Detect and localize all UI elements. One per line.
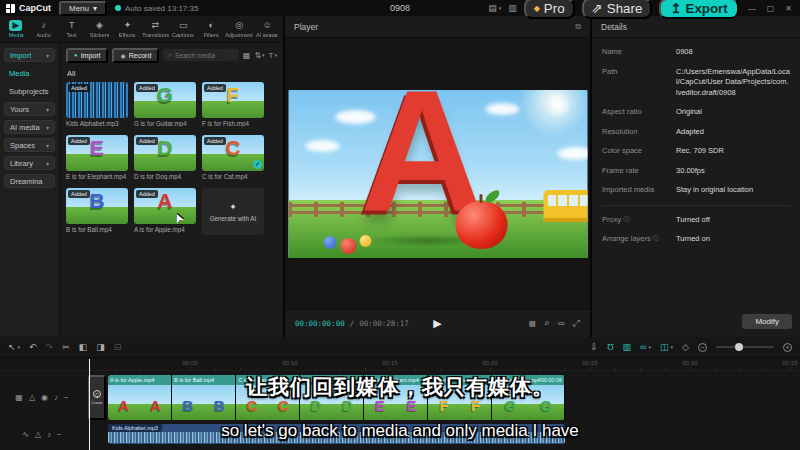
minimize-button[interactable]: — [746,4,758,13]
import-button[interactable]: ● Import [66,48,108,63]
tab-label: Captions [172,32,194,38]
clip-name: E is for Elephant.mp4 [366,375,419,385]
aspect-ratio-icon[interactable]: ▭ [558,318,563,329]
snap-icon[interactable]: ▥ [623,342,632,352]
media-thumbnail: Added [66,82,128,118]
tab-filters[interactable]: ◐Filters [197,20,225,38]
mute-track-icon[interactable]: ♪ [47,430,51,439]
sort-icon[interactable]: ⇅▾ [254,51,264,60]
audio-clip[interactable]: Kids Alphabet.mp3 [108,424,565,444]
trim-left-button[interactable]: ◧ [79,342,88,352]
sidebar-item-library[interactable]: Library▾ [4,156,55,170]
sidebar-item-ai-media[interactable]: AI media▾ [4,120,55,134]
tab-captions[interactable]: ▭Captions [169,20,197,38]
media-item-c-is-for-cat-mp4[interactable]: CAdded✓C is for Cat.mp4 [202,135,264,180]
split-button[interactable]: ✂ [62,342,70,352]
select-tool[interactable]: ↖▾ [8,342,20,352]
timeline-clip-a-is-for-apple-mp4[interactable]: A is for Apple.mp4AA [108,375,172,420]
link-icon[interactable]: ∞▾ [640,342,651,352]
menu-button[interactable]: Menu ▾ [59,1,107,16]
keyframe-icon[interactable]: ◇ [682,342,689,352]
video-preview[interactable]: A [288,90,587,258]
media-item-f-is-for-fish-mp4[interactable]: FAddedF is for Fish.mp4 [202,82,264,127]
zoom-in-button[interactable]: + [783,343,792,352]
media-item-b-is-for-ball-mp4[interactable]: BAddedB is for Ball.mp4 [66,188,128,235]
media-item-kids-alphabet-mp3[interactable]: AddedKids Alphabet.mp3 [66,82,128,127]
play-button[interactable]: ▶ [427,316,447,331]
slider-handle[interactable] [735,343,743,351]
timeline-clip-g-is-for-guitar-mp4[interactable]: G is for Guitar.mp400:00:06GG [492,375,565,420]
mute-track-icon[interactable]: ♪ [54,393,58,402]
redo-button[interactable]: ↷ [46,342,54,352]
player-panel: Player ⧉ A [285,16,590,337]
waveform-icon[interactable]: ∿ [22,430,29,439]
tab-text[interactable]: TText [58,20,86,38]
layout-toggle-icon[interactable]: ▤▾ [488,3,501,13]
hide-track-icon[interactable]: ◉ [41,393,48,402]
maximize-button[interactable]: ▢ [765,4,777,13]
preview-quality-icon[interactable]: ▤ [530,318,535,329]
generate-with-ai-tile[interactable]: ✦Generate with AI [202,188,264,235]
menu-label: Menu [69,4,89,13]
expand-panel-icon[interactable]: ⧉ [575,22,581,32]
tab-adjustment[interactable]: ◎Adjustment [225,20,253,38]
timeline-zoom-slider[interactable] [716,346,774,348]
cover-button[interactable]: C Cover [88,375,106,420]
tab-label: Text [67,32,77,38]
timeline-clip-b-is-for-ball-mp4[interactable]: B is for Ball.mp4BB [172,375,236,420]
search-input[interactable]: ⌕ Search media ◌ [163,49,239,61]
fullscreen-icon[interactable]: ⤢ [573,318,580,329]
timeline-clip-c-is-for-cat-mp4[interactable]: C is for Cat.mp4CC [236,375,300,420]
clip-name: F is for Fish.mp4 [430,375,471,385]
timeline-ruler[interactable]: 00:0500:1000:1500:2000:2500:3000:35 [0,358,800,371]
close-button[interactable]: ✕ [783,4,794,13]
modify-button[interactable]: Modify [742,314,792,329]
lock-track-icon[interactable]: △ [29,393,35,402]
record-button[interactable]: ◉ Record [112,48,159,63]
sidebar-item-dreamina[interactable]: Dreamina [4,174,55,188]
tab-effects[interactable]: ✦Effects [114,20,142,38]
pro-button[interactable]: ◆ Pro [524,0,575,19]
export-button[interactable]: ↥ Export [659,0,738,19]
view-toggle-icon[interactable]: ▦ [243,51,251,60]
chevron-down-icon: ▾ [262,52,265,58]
timeline-clip-f-is-for-fish-mp4[interactable]: F is for Fish.mp4FF [428,375,492,420]
tab-media[interactable]: ▶Media [2,20,30,38]
filter-type-icon[interactable]: T▾ [269,51,277,60]
detail-row-imported-media: Imported mediaStay in original location [602,185,790,196]
share-button[interactable]: ⇗ Share [582,0,653,19]
timeline-clip-d-is-for-dog-mp4[interactable]: D is for Dog.mp4DD [300,375,364,420]
undo-button[interactable]: ↶ [29,342,37,352]
sidebar-item-subprojects[interactable]: Subprojects [4,84,55,98]
preview-zoom-icon[interactable]: ⌕ [544,318,549,329]
delete-button[interactable]: ⊟ [114,342,122,352]
zoom-out-button[interactable]: − [698,343,707,352]
apple [455,201,507,249]
sidebar-item-media[interactable]: Media [4,66,55,80]
tab-audio[interactable]: ♪Audio [30,20,58,38]
clip-thumbnails: BB [172,385,235,420]
tab-stickers[interactable]: ◈Stickers [86,20,114,38]
tab-ai-avatar[interactable]: ☺AI avatar [253,20,281,38]
collapse-track-icon[interactable]: − [57,430,62,439]
trim-right-button[interactable]: ◨ [96,342,105,352]
media-item-d-is-for-dog-mp4[interactable]: DAddedD is for Dog.mp4 [134,135,196,180]
timeline-clip-e-is-for-elephant-mp4[interactable]: E is for Elephant.mp4EE [364,375,428,420]
magnet-icon[interactable]: Ω [607,342,614,352]
collapse-track-icon[interactable]: − [64,393,69,402]
media-item-a-is-for-apple-mp4[interactable]: AAdded➤A is for Apple.mp4 [134,188,196,235]
thumbnail-view-icon[interactable]: ▦ [15,393,23,402]
import-to-timeline-icon[interactable]: ⇩ [590,342,598,352]
preview-axis-icon[interactable]: ◫▾ [660,342,673,352]
media-item-g-is-for-guitar-mp4[interactable]: GAddedG is for Guitar.mp4 [134,82,196,127]
media-item-e-is-for-elephant-mp4[interactable]: EAddedE is for Elephant.mp4 [66,135,128,180]
lock-track-icon[interactable]: △ [35,430,41,439]
tab-transitions[interactable]: ⇄Transitions [141,20,169,38]
panel-arrange-icon[interactable]: ▥ [508,3,517,13]
autosave-status: Auto saved 13:17:35 [115,4,198,13]
sidebar-item-yours[interactable]: Yours▾ [4,102,55,116]
captions-icon: ▭ [177,20,190,31]
search-by-image-icon[interactable]: ◌ [230,52,234,59]
sidebar-item-spaces[interactable]: Spaces▾ [4,138,55,152]
sidebar-item-import[interactable]: Import▾ [4,48,55,62]
